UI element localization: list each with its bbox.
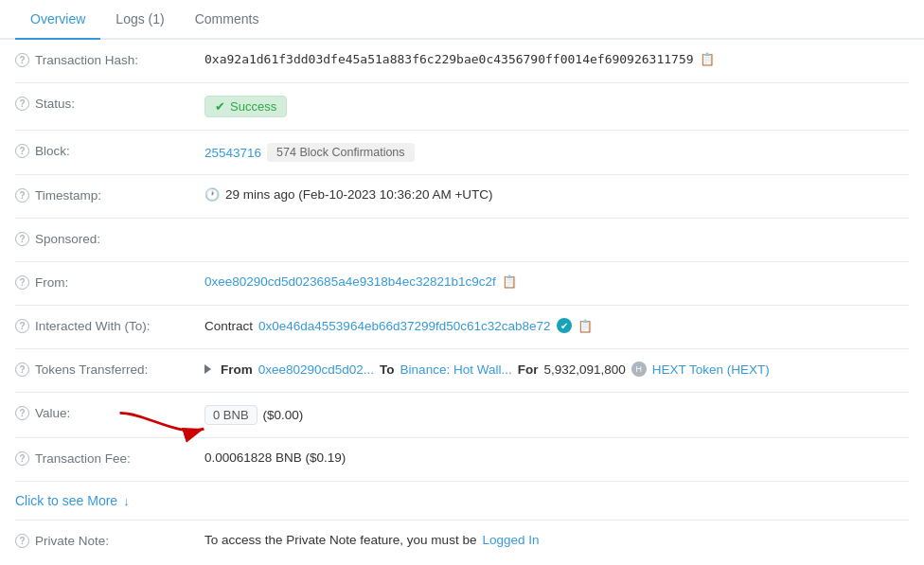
to-keyword: To: [380, 362, 395, 377]
transaction-hash-help-icon[interactable]: ?: [15, 53, 29, 67]
transaction-hash-value: 0xa92a1d61f3dd03dfe45a51a883f6c229bae0c4…: [204, 52, 909, 66]
status-row: ? Status: ✔ Success: [15, 83, 909, 131]
interacted-with-label: ? Interacted With (To):: [15, 318, 204, 333]
transaction-hash-label-text: Transaction Hash:: [35, 53, 138, 67]
token-name-link[interactable]: HEXT Token (HEXT): [652, 362, 770, 377]
tokens-transferred-help-icon[interactable]: ?: [15, 362, 29, 377]
copy-hash-icon[interactable]: 📋: [700, 52, 715, 66]
from-help-icon[interactable]: ?: [15, 275, 29, 290]
token-amount: 5,932,091,800: [543, 362, 625, 377]
private-note-text: To access the Private Note feature, you …: [204, 533, 476, 547]
transaction-hash-label: ? Transaction Hash:: [15, 52, 204, 67]
value-label-text: Value:: [35, 406, 70, 420]
tokens-transferred-label-text: Tokens Transferred:: [35, 362, 148, 377]
timestamp-value: 🕐 29 mins ago (Feb-10-2023 10:36:20 AM +…: [204, 187, 909, 202]
transaction-fee-value: 0.00061828 BNB ($0.19): [204, 450, 909, 465]
copy-from-icon[interactable]: 📋: [502, 274, 517, 289]
red-arrow-icon: [115, 407, 209, 440]
bnb-amount-badge: 0 BNB: [204, 405, 258, 425]
token-from-address-link[interactable]: 0xee80290cd5d02...: [258, 362, 374, 377]
sponsored-row: ? Sponsored:: [15, 219, 909, 262]
transaction-fee-text: 0.00061828 BNB ($0.19): [204, 450, 346, 465]
block-row: ? Block: 25543716 574 Block Confirmation…: [15, 131, 909, 175]
logged-in-link[interactable]: Logged In: [482, 533, 539, 547]
tab-logs[interactable]: Logs (1): [100, 0, 179, 40]
private-note-row: ? Private Note: To access the Private No…: [15, 521, 909, 564]
tab-comments[interactable]: Comments: [180, 0, 275, 40]
status-help-icon[interactable]: ?: [15, 97, 29, 111]
block-label-text: Block:: [35, 144, 70, 158]
from-row: ? From: 0xee80290cd5d023685a4e9318b4ec32…: [15, 262, 909, 306]
sponsored-label-text: Sponsored:: [35, 232, 100, 246]
token-logo-icon: H: [631, 362, 647, 377]
status-label: ? Status:: [15, 96, 204, 111]
usd-amount: ($0.00): [263, 408, 304, 422]
timestamp-row: ? Timestamp: 🕐 29 mins ago (Feb-10-2023 …: [15, 175, 909, 219]
block-help-icon[interactable]: ?: [15, 144, 29, 158]
timestamp-help-icon[interactable]: ?: [15, 188, 29, 203]
tokens-transferred-label: ? Tokens Transferred:: [15, 362, 204, 377]
private-note-label: ? Private Note:: [15, 533, 204, 548]
sponsored-label: ? Sponsored:: [15, 231, 204, 246]
contract-address-link[interactable]: 0x0e46da4553964eb66d37299fd50c61c32cab8e…: [258, 319, 551, 333]
transaction-fee-label: ? Transaction Fee:: [15, 450, 204, 466]
sponsored-help-icon[interactable]: ?: [15, 232, 29, 246]
click-more-section: Click to see More ↓: [15, 482, 909, 521]
transaction-fee-help-icon[interactable]: ?: [15, 451, 29, 466]
for-keyword: For: [518, 362, 539, 377]
success-check-icon: ✔: [215, 99, 225, 114]
token-to-address-link[interactable]: Binance: Hot Wall...: [400, 362, 512, 377]
interacted-with-row: ? Interacted With (To): Contract 0x0e46d…: [15, 306, 909, 349]
timestamp-label: ? Timestamp:: [15, 187, 204, 203]
value-help-icon[interactable]: ?: [15, 406, 29, 420]
from-address-link[interactable]: 0xee80290cd5d023685a4e9318b4ec32821b1c9c…: [204, 274, 496, 289]
transaction-hash-row: ? Transaction Hash: 0xa92a1d61f3dd03dfe4…: [15, 40, 909, 83]
clock-icon: 🕐: [204, 187, 220, 202]
main-content: ? Transaction Hash: 0xa92a1d61f3dd03dfe4…: [0, 40, 924, 564]
status-label-text: Status:: [35, 97, 75, 111]
down-arrow-icon: ↓: [123, 494, 130, 508]
from-label-text: From:: [35, 275, 68, 290]
transaction-fee-row: ? Transaction Fee: 0.00061828 BNB ($0.19…: [15, 438, 909, 482]
transaction-fee-label-text: Transaction Fee:: [35, 451, 131, 466]
block-label: ? Block:: [15, 143, 204, 158]
from-label: ? From:: [15, 274, 204, 290]
block-confirmations-badge: 574 Block Confirmations: [267, 143, 414, 162]
verified-icon: ✔: [557, 318, 572, 333]
tabs-container: Overview Logs (1) Comments: [0, 0, 924, 40]
status-value: ✔ Success: [204, 96, 909, 117]
block-number-link[interactable]: 25543716: [204, 146, 261, 160]
status-badge: ✔ Success: [204, 96, 287, 117]
click-more-link[interactable]: Click to see More: [15, 493, 117, 508]
copy-contract-icon[interactable]: 📋: [578, 319, 593, 333]
interacted-with-help-icon[interactable]: ?: [15, 319, 29, 333]
interacted-with-label-text: Interacted With (To):: [35, 319, 151, 333]
tokens-transferred-value: From 0xee80290cd5d02... To Binance: Hot …: [204, 362, 909, 377]
tab-overview[interactable]: Overview: [15, 0, 100, 40]
from-keyword: From: [221, 362, 253, 377]
transaction-hash-text: 0xa92a1d61f3dd03dfe45a51a883f6c229bae0c4…: [204, 52, 694, 66]
private-note-value: To access the Private Note feature, you …: [204, 533, 909, 547]
interacted-with-value: Contract 0x0e46da4553964eb66d37299fd50c6…: [204, 318, 909, 333]
private-note-help-icon[interactable]: ?: [15, 534, 29, 548]
value-amount-container: 0 BNB ($0.00): [204, 405, 909, 425]
block-value: 25543716 574 Block Confirmations: [204, 143, 909, 162]
timestamp-label-text: Timestamp:: [35, 188, 101, 203]
tokens-transferred-row: ? Tokens Transferred: From 0xee80290cd5d…: [15, 349, 909, 393]
timestamp-text: 29 mins ago (Feb-10-2023 10:36:20 AM +UT…: [225, 187, 493, 202]
status-badge-text: Success: [230, 99, 276, 114]
private-note-label-text: Private Note:: [35, 534, 109, 548]
value-row: ? Value: 0 BNB ($0.00): [15, 393, 909, 438]
triangle-icon: [204, 364, 211, 374]
from-value: 0xee80290cd5d023685a4e9318b4ec32821b1c9c…: [204, 274, 909, 289]
contract-prefix: Contract: [204, 319, 253, 333]
